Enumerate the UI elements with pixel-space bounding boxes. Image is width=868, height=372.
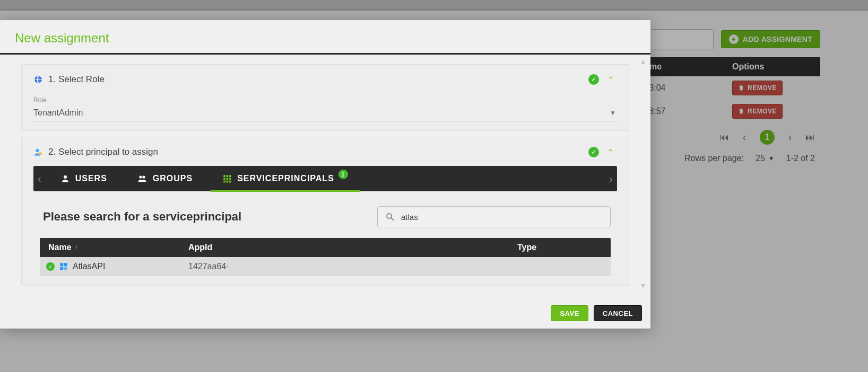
user-icon bbox=[33, 147, 43, 157]
apps-grid-icon bbox=[222, 174, 232, 183]
cancel-button[interactable]: CANCEL bbox=[594, 305, 642, 321]
serviceprincipal-search-input[interactable] bbox=[400, 212, 603, 222]
tab-groups[interactable]: GROUPS bbox=[122, 166, 207, 191]
tabs-scroll-right-icon[interactable]: › bbox=[605, 173, 617, 185]
dialog-title: New assignment bbox=[0, 20, 650, 53]
search-icon bbox=[385, 212, 395, 222]
col-header-name[interactable]: Name ↑ bbox=[40, 243, 188, 252]
tab-users-label: USERS bbox=[75, 174, 107, 183]
tab-users[interactable]: USERS bbox=[46, 166, 122, 191]
step-select-principal: 2. Select principal to assign ✓ ⌃ ‹ USER… bbox=[21, 137, 629, 285]
svg-rect-20 bbox=[64, 267, 67, 270]
role-value: TenantAdmin bbox=[33, 108, 83, 118]
globe-icon bbox=[33, 75, 43, 84]
check-circle-icon: ✓ bbox=[588, 74, 599, 85]
svg-rect-18 bbox=[64, 263, 67, 266]
svg-rect-9 bbox=[223, 178, 225, 180]
scroll-down-icon[interactable]: ▼ bbox=[638, 282, 648, 289]
svg-rect-14 bbox=[229, 181, 231, 183]
people-icon bbox=[137, 174, 147, 183]
col-header-appid[interactable]: AppId bbox=[188, 243, 517, 252]
check-circle-icon: ✓ bbox=[588, 147, 599, 157]
step-select-role: 1. Select Role ✓ ⌃ Role TenantAdmin ▼ bbox=[21, 64, 629, 130]
cell-appid: 1427aa64· bbox=[188, 262, 517, 271]
cell-name: AtlasAPI bbox=[73, 262, 105, 271]
svg-point-1 bbox=[36, 149, 39, 152]
svg-point-2 bbox=[39, 152, 42, 155]
sort-asc-icon: ↑ bbox=[75, 243, 79, 252]
collapse-step2-icon[interactable]: ⌃ bbox=[604, 146, 617, 158]
svg-point-15 bbox=[387, 214, 392, 218]
tab-sp-label: SERVICEPRINCIPALS bbox=[237, 174, 334, 183]
svg-rect-12 bbox=[223, 181, 225, 183]
tab-serviceprincipals[interactable]: SERVICEPRINCIPALS 1 bbox=[207, 166, 363, 191]
svg-line-16 bbox=[391, 218, 394, 220]
results-row[interactable]: ✓ AtlasAPI 1427aa64· bbox=[40, 257, 611, 276]
svg-rect-7 bbox=[227, 175, 229, 177]
save-button[interactable]: SAVE bbox=[551, 305, 588, 321]
svg-rect-19 bbox=[60, 267, 63, 270]
svg-rect-11 bbox=[229, 178, 231, 180]
new-assignment-dialog: New assignment ▲ 1. Select Role ✓ ⌃ Role… bbox=[0, 20, 650, 329]
svg-rect-10 bbox=[227, 178, 229, 180]
role-field-label: Role bbox=[33, 96, 617, 104]
person-icon bbox=[60, 174, 70, 183]
search-prompt: Please search for a serviceprincipal bbox=[43, 210, 241, 224]
tab-groups-label: GROUPS bbox=[153, 174, 193, 183]
svg-rect-13 bbox=[227, 181, 229, 183]
app-tile-icon bbox=[59, 262, 68, 271]
step1-title: 1. Select Role bbox=[48, 74, 105, 85]
svg-point-3 bbox=[64, 175, 67, 179]
principal-tabs: ‹ USERS GROUPS SERVI bbox=[33, 166, 617, 191]
tab-sp-badge: 1 bbox=[338, 170, 348, 179]
tabs-scroll-left-icon[interactable]: ‹ bbox=[33, 173, 46, 185]
results-header: Name ↑ AppId Type bbox=[40, 238, 611, 257]
selected-check-icon: ✓ bbox=[46, 262, 55, 271]
results-table: Name ↑ AppId Type ✓ AtlasAPI 1427aa64· bbox=[40, 238, 611, 276]
svg-rect-17 bbox=[60, 263, 63, 266]
caret-down-icon: ▼ bbox=[610, 109, 616, 117]
svg-point-5 bbox=[142, 175, 145, 178]
dialog-footer: SAVE CANCEL bbox=[0, 291, 650, 329]
svg-rect-6 bbox=[223, 175, 225, 177]
col-header-type[interactable]: Type bbox=[517, 243, 611, 252]
step2-title: 2. Select principal to assign bbox=[48, 147, 158, 157]
collapse-step1-icon[interactable]: ⌃ bbox=[604, 73, 617, 86]
serviceprincipal-search-box[interactable] bbox=[377, 206, 611, 227]
scroll-up-icon[interactable]: ▲ bbox=[638, 58, 648, 65]
svg-point-4 bbox=[139, 175, 142, 178]
role-select[interactable]: TenantAdmin ▼ bbox=[33, 104, 617, 121]
svg-rect-8 bbox=[229, 175, 231, 177]
